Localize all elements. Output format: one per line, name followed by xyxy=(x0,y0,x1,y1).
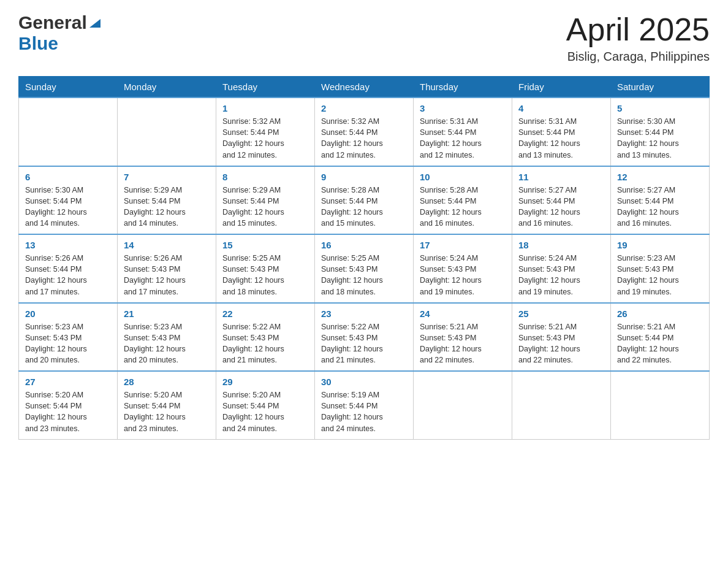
calendar-week-row: 27Sunrise: 5:20 AMSunset: 5:44 PMDayligh… xyxy=(19,371,710,439)
day-number: 26 xyxy=(617,308,703,319)
calendar-cell: 23Sunrise: 5:22 AMSunset: 5:43 PMDayligh… xyxy=(315,303,414,372)
day-info: Sunrise: 5:21 AMSunset: 5:43 PMDaylight:… xyxy=(420,321,506,366)
day-number: 10 xyxy=(420,172,506,182)
day-info: Sunrise: 5:21 AMSunset: 5:43 PMDaylight:… xyxy=(518,321,604,366)
day-number: 7 xyxy=(124,172,210,182)
day-info: Sunrise: 5:23 AMSunset: 5:43 PMDaylight:… xyxy=(25,321,111,366)
calendar-cell: 3Sunrise: 5:31 AMSunset: 5:44 PMDaylight… xyxy=(414,98,512,166)
page-header: General Blue April 2025 Bislig, Caraga, … xyxy=(18,12,710,64)
day-number: 5 xyxy=(617,103,703,113)
day-number: 14 xyxy=(124,240,210,250)
day-number: 16 xyxy=(321,240,407,250)
calendar-cell: 7Sunrise: 5:29 AMSunset: 5:44 PMDaylight… xyxy=(118,166,216,235)
calendar-cell: 8Sunrise: 5:29 AMSunset: 5:44 PMDaylight… xyxy=(216,166,315,235)
day-info: Sunrise: 5:24 AMSunset: 5:43 PMDaylight:… xyxy=(518,253,604,297)
day-number: 15 xyxy=(222,240,308,250)
calendar-title: April 2025 xyxy=(566,12,710,47)
day-info: Sunrise: 5:25 AMSunset: 5:43 PMDaylight:… xyxy=(222,253,308,297)
day-info: Sunrise: 5:22 AMSunset: 5:43 PMDaylight:… xyxy=(222,321,308,366)
calendar-week-row: 6Sunrise: 5:30 AMSunset: 5:44 PMDaylight… xyxy=(19,166,710,235)
day-info: Sunrise: 5:27 AMSunset: 5:44 PMDaylight:… xyxy=(617,185,703,229)
calendar-cell: 26Sunrise: 5:21 AMSunset: 5:44 PMDayligh… xyxy=(611,303,710,372)
calendar-day-header: Friday xyxy=(512,77,611,98)
calendar-day-header: Sunday xyxy=(19,77,118,98)
calendar-cell: 24Sunrise: 5:21 AMSunset: 5:43 PMDayligh… xyxy=(414,303,512,372)
logo-blue-text: Blue xyxy=(18,33,58,53)
day-info: Sunrise: 5:23 AMSunset: 5:43 PMDaylight:… xyxy=(617,253,703,297)
calendar-day-header: Thursday xyxy=(414,77,512,98)
calendar-cell: 30Sunrise: 5:19 AMSunset: 5:44 PMDayligh… xyxy=(315,371,414,439)
calendar-cell: 10Sunrise: 5:28 AMSunset: 5:44 PMDayligh… xyxy=(414,166,512,235)
calendar-cell: 27Sunrise: 5:20 AMSunset: 5:44 PMDayligh… xyxy=(19,371,118,439)
day-info: Sunrise: 5:31 AMSunset: 5:44 PMDaylight:… xyxy=(420,116,506,161)
day-info: Sunrise: 5:30 AMSunset: 5:44 PMDaylight:… xyxy=(617,116,703,161)
calendar-subtitle: Bislig, Caraga, Philippines xyxy=(566,50,710,64)
logo-triangle-icon xyxy=(88,17,102,30)
day-info: Sunrise: 5:23 AMSunset: 5:43 PMDaylight:… xyxy=(124,321,210,366)
calendar-day-header: Saturday xyxy=(611,77,710,98)
calendar-cell: 14Sunrise: 5:26 AMSunset: 5:43 PMDayligh… xyxy=(118,234,216,303)
day-number: 13 xyxy=(25,240,111,250)
calendar-cell: 22Sunrise: 5:22 AMSunset: 5:43 PMDayligh… xyxy=(216,303,315,372)
day-number: 19 xyxy=(617,240,703,250)
calendar-cell: 15Sunrise: 5:25 AMSunset: 5:43 PMDayligh… xyxy=(216,234,315,303)
calendar-cell: 1Sunrise: 5:32 AMSunset: 5:44 PMDaylight… xyxy=(216,98,315,166)
calendar-cell: 6Sunrise: 5:30 AMSunset: 5:44 PMDaylight… xyxy=(19,166,118,235)
calendar-cell: 11Sunrise: 5:27 AMSunset: 5:44 PMDayligh… xyxy=(512,166,611,235)
day-info: Sunrise: 5:22 AMSunset: 5:43 PMDaylight:… xyxy=(321,321,407,366)
calendar-cell: 13Sunrise: 5:26 AMSunset: 5:44 PMDayligh… xyxy=(19,234,118,303)
day-info: Sunrise: 5:25 AMSunset: 5:43 PMDaylight:… xyxy=(321,253,407,297)
day-info: Sunrise: 5:21 AMSunset: 5:44 PMDaylight:… xyxy=(617,321,703,366)
calendar-day-header: Monday xyxy=(118,77,216,98)
calendar-day-header: Tuesday xyxy=(216,77,315,98)
day-number: 20 xyxy=(25,308,111,319)
svg-marker-0 xyxy=(89,19,100,28)
day-number: 25 xyxy=(518,308,604,319)
calendar-cell xyxy=(611,371,710,439)
calendar-cell xyxy=(512,371,611,439)
day-number: 11 xyxy=(518,172,604,182)
day-number: 1 xyxy=(222,103,308,113)
day-info: Sunrise: 5:26 AMSunset: 5:44 PMDaylight:… xyxy=(25,253,111,297)
calendar-cell: 18Sunrise: 5:24 AMSunset: 5:43 PMDayligh… xyxy=(512,234,611,303)
day-number: 12 xyxy=(617,172,703,182)
calendar-week-row: 20Sunrise: 5:23 AMSunset: 5:43 PMDayligh… xyxy=(19,303,710,372)
calendar-week-row: 13Sunrise: 5:26 AMSunset: 5:44 PMDayligh… xyxy=(19,234,710,303)
calendar-header-row: SundayMondayTuesdayWednesdayThursdayFrid… xyxy=(19,77,710,98)
calendar-cell xyxy=(19,98,118,166)
day-info: Sunrise: 5:26 AMSunset: 5:43 PMDaylight:… xyxy=(124,253,210,297)
day-number: 9 xyxy=(321,172,407,182)
calendar-cell: 4Sunrise: 5:31 AMSunset: 5:44 PMDaylight… xyxy=(512,98,611,166)
day-number: 4 xyxy=(518,103,604,113)
logo: General Blue xyxy=(18,12,102,54)
day-info: Sunrise: 5:20 AMSunset: 5:44 PMDaylight:… xyxy=(25,389,111,434)
day-info: Sunrise: 5:19 AMSunset: 5:44 PMDaylight:… xyxy=(321,389,407,434)
day-number: 8 xyxy=(222,172,308,182)
day-number: 17 xyxy=(420,240,506,250)
day-info: Sunrise: 5:32 AMSunset: 5:44 PMDaylight:… xyxy=(321,116,407,161)
title-block: April 2025 Bislig, Caraga, Philippines xyxy=(566,12,710,64)
calendar-cell: 17Sunrise: 5:24 AMSunset: 5:43 PMDayligh… xyxy=(414,234,512,303)
calendar-cell: 9Sunrise: 5:28 AMSunset: 5:44 PMDaylight… xyxy=(315,166,414,235)
calendar-day-header: Wednesday xyxy=(315,77,414,98)
logo-general-text: General xyxy=(18,12,87,33)
calendar-cell: 21Sunrise: 5:23 AMSunset: 5:43 PMDayligh… xyxy=(118,303,216,372)
day-number: 30 xyxy=(321,377,407,387)
day-number: 18 xyxy=(518,240,604,250)
day-number: 24 xyxy=(420,308,506,319)
calendar-cell: 29Sunrise: 5:20 AMSunset: 5:44 PMDayligh… xyxy=(216,371,315,439)
day-number: 3 xyxy=(420,103,506,113)
day-info: Sunrise: 5:28 AMSunset: 5:44 PMDaylight:… xyxy=(420,185,506,229)
calendar-cell: 2Sunrise: 5:32 AMSunset: 5:44 PMDaylight… xyxy=(315,98,414,166)
calendar-cell: 25Sunrise: 5:21 AMSunset: 5:43 PMDayligh… xyxy=(512,303,611,372)
day-number: 23 xyxy=(321,308,407,319)
calendar-cell: 20Sunrise: 5:23 AMSunset: 5:43 PMDayligh… xyxy=(19,303,118,372)
calendar-cell: 5Sunrise: 5:30 AMSunset: 5:44 PMDaylight… xyxy=(611,98,710,166)
day-number: 27 xyxy=(25,377,111,387)
calendar-table: SundayMondayTuesdayWednesdayThursdayFrid… xyxy=(18,76,710,440)
day-info: Sunrise: 5:29 AMSunset: 5:44 PMDaylight:… xyxy=(124,185,210,229)
day-number: 6 xyxy=(25,172,111,182)
day-number: 21 xyxy=(124,308,210,319)
calendar-week-row: 1Sunrise: 5:32 AMSunset: 5:44 PMDaylight… xyxy=(19,98,710,166)
calendar-cell: 19Sunrise: 5:23 AMSunset: 5:43 PMDayligh… xyxy=(611,234,710,303)
